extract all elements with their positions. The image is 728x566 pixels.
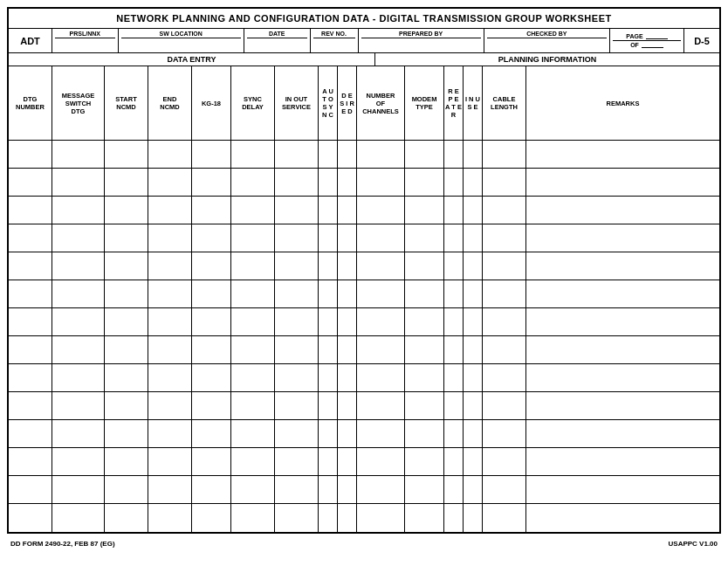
table-cell[interactable]	[9, 476, 52, 503]
table-cell[interactable]	[357, 169, 405, 196]
table-cell[interactable]	[148, 280, 192, 307]
table-cell[interactable]	[444, 169, 464, 196]
table-cell[interactable]	[52, 197, 105, 224]
table-cell[interactable]	[148, 336, 192, 363]
table-cell[interactable]	[275, 336, 319, 363]
table-cell[interactable]	[9, 420, 52, 447]
table-cell[interactable]	[526, 448, 719, 475]
table-cell[interactable]	[357, 224, 405, 252]
table-cell[interactable]	[105, 252, 148, 280]
table-cell[interactable]	[192, 169, 231, 196]
table-cell[interactable]	[105, 169, 148, 196]
table-cell[interactable]	[464, 448, 483, 475]
table-cell[interactable]	[52, 336, 105, 363]
table-cell[interactable]	[483, 252, 526, 280]
table-cell[interactable]	[105, 476, 148, 503]
table-cell[interactable]	[405, 252, 444, 280]
table-cell[interactable]	[526, 169, 719, 196]
table-cell[interactable]	[357, 197, 405, 224]
table-cell[interactable]	[526, 197, 719, 224]
table-cell[interactable]	[464, 420, 483, 447]
table-cell[interactable]	[275, 141, 319, 168]
table-cell[interactable]	[9, 448, 52, 475]
table-cell[interactable]	[444, 280, 464, 307]
table-cell[interactable]	[192, 252, 231, 280]
table-cell[interactable]	[526, 141, 719, 168]
table-cell[interactable]	[464, 392, 483, 419]
table-cell[interactable]	[405, 224, 444, 252]
table-cell[interactable]	[338, 141, 357, 168]
table-cell[interactable]	[9, 252, 52, 280]
table-cell[interactable]	[231, 364, 275, 391]
table-cell[interactable]	[483, 224, 526, 252]
table-cell[interactable]	[405, 169, 444, 196]
table-cell[interactable]	[338, 392, 357, 419]
table-cell[interactable]	[105, 448, 148, 475]
table-cell[interactable]	[9, 364, 52, 391]
table-cell[interactable]	[338, 504, 357, 532]
table-cell[interactable]	[357, 308, 405, 335]
table-cell[interactable]	[405, 504, 444, 532]
table-cell[interactable]	[275, 224, 319, 252]
table-cell[interactable]	[405, 280, 444, 307]
table-cell[interactable]	[9, 141, 52, 168]
table-cell[interactable]	[357, 364, 405, 391]
table-cell[interactable]	[192, 280, 231, 307]
table-cell[interactable]	[357, 448, 405, 475]
table-cell[interactable]	[192, 476, 231, 503]
table-cell[interactable]	[275, 280, 319, 307]
table-cell[interactable]	[319, 308, 338, 335]
table-cell[interactable]	[9, 197, 52, 224]
table-cell[interactable]	[405, 420, 444, 447]
table-cell[interactable]	[526, 280, 719, 307]
table-cell[interactable]	[483, 504, 526, 532]
table-cell[interactable]	[483, 448, 526, 475]
table-cell[interactable]	[319, 169, 338, 196]
table-cell[interactable]	[231, 197, 275, 224]
table-cell[interactable]	[9, 308, 52, 335]
table-cell[interactable]	[275, 169, 319, 196]
table-cell[interactable]	[192, 392, 231, 419]
table-cell[interactable]	[319, 364, 338, 391]
table-cell[interactable]	[444, 420, 464, 447]
table-cell[interactable]	[192, 308, 231, 335]
table-cell[interactable]	[444, 392, 464, 419]
table-cell[interactable]	[105, 364, 148, 391]
table-cell[interactable]	[483, 141, 526, 168]
table-cell[interactable]	[52, 280, 105, 307]
table-cell[interactable]	[52, 420, 105, 447]
table-cell[interactable]	[526, 364, 719, 391]
table-cell[interactable]	[357, 280, 405, 307]
table-cell[interactable]	[464, 364, 483, 391]
table-cell[interactable]	[526, 476, 719, 503]
table-cell[interactable]	[483, 476, 526, 503]
table-cell[interactable]	[192, 420, 231, 447]
table-cell[interactable]	[231, 252, 275, 280]
table-cell[interactable]	[357, 141, 405, 168]
table-cell[interactable]	[105, 224, 148, 252]
table-cell[interactable]	[275, 252, 319, 280]
table-cell[interactable]	[148, 169, 192, 196]
table-cell[interactable]	[464, 336, 483, 363]
table-cell[interactable]	[464, 141, 483, 168]
table-cell[interactable]	[231, 392, 275, 419]
table-cell[interactable]	[319, 448, 338, 475]
table-cell[interactable]	[148, 224, 192, 252]
table-cell[interactable]	[338, 280, 357, 307]
table-cell[interactable]	[319, 224, 338, 252]
table-cell[interactable]	[275, 476, 319, 503]
table-cell[interactable]	[105, 280, 148, 307]
table-cell[interactable]	[464, 280, 483, 307]
table-cell[interactable]	[444, 364, 464, 391]
table-cell[interactable]	[405, 476, 444, 503]
table-cell[interactable]	[526, 504, 719, 532]
table-cell[interactable]	[105, 141, 148, 168]
table-cell[interactable]	[444, 308, 464, 335]
table-cell[interactable]	[483, 336, 526, 363]
table-cell[interactable]	[464, 308, 483, 335]
table-cell[interactable]	[148, 197, 192, 224]
table-cell[interactable]	[444, 252, 464, 280]
table-cell[interactable]	[275, 197, 319, 224]
table-cell[interactable]	[52, 308, 105, 335]
table-cell[interactable]	[52, 504, 105, 532]
